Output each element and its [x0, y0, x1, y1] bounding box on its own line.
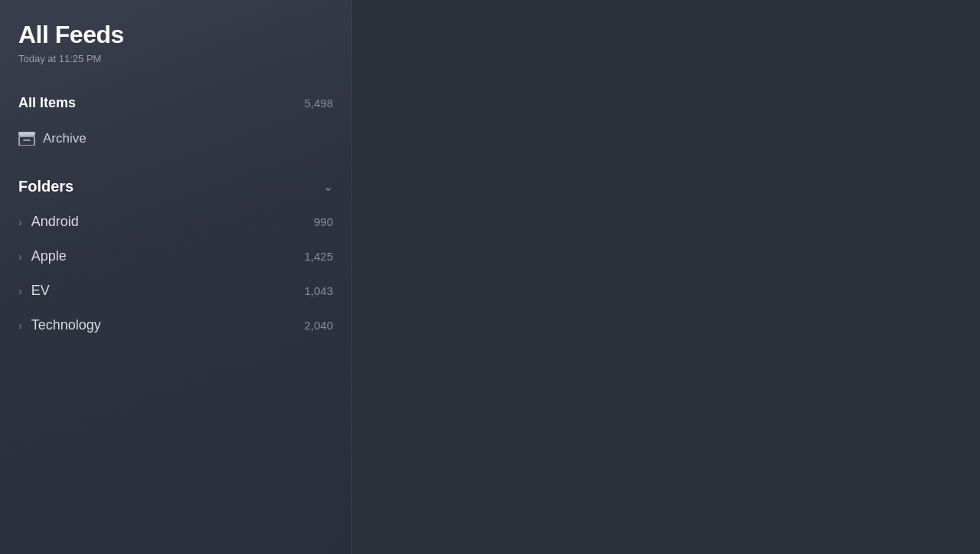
folder-item[interactable]: › Apple 1,425: [18, 239, 333, 274]
chevron-down-icon: ⌄: [323, 179, 333, 194]
folder-name: Android: [31, 214, 79, 230]
sidebar: All Feeds Today at 11:25 PM All Items 5,…: [0, 0, 352, 554]
chevron-right-icon: ›: [18, 216, 22, 228]
archive-row[interactable]: Archive: [18, 128, 333, 149]
folder-item-left: › Technology: [18, 317, 101, 333]
folder-list: › Android 990 › Apple 1,425 › EV 1,043 ›…: [18, 205, 333, 343]
folders-label: Folders: [18, 178, 74, 195]
all-items-label: All Items: [18, 95, 76, 111]
folder-item-left: › Apple: [18, 248, 67, 264]
main-content: [352, 0, 980, 554]
header: All Feeds Today at 11:25 PM: [18, 21, 333, 64]
folder-count: 990: [314, 215, 333, 228]
folders-header[interactable]: Folders ⌄: [18, 175, 333, 198]
folder-item-left: › EV: [18, 283, 50, 299]
folder-item-left: › Android: [18, 214, 79, 230]
folder-name: Technology: [31, 317, 101, 333]
svg-rect-1: [19, 136, 34, 146]
folder-item[interactable]: › Technology 2,040: [18, 308, 333, 343]
folder-count: 1,425: [304, 250, 333, 263]
chevron-right-icon: ›: [18, 320, 22, 332]
page-title: All Feeds: [18, 21, 333, 48]
divider: [18, 168, 333, 169]
all-items-count: 5,498: [304, 97, 333, 110]
archive-icon: [18, 132, 35, 146]
svg-rect-0: [18, 132, 35, 136]
folder-item[interactable]: › Android 990: [18, 205, 333, 239]
all-items-row[interactable]: All Items 5,498: [18, 92, 333, 114]
folder-name: EV: [31, 283, 50, 299]
folder-name: Apple: [31, 248, 67, 264]
chevron-right-icon: ›: [18, 251, 22, 263]
folder-count: 2,040: [304, 319, 333, 332]
folder-count: 1,043: [304, 284, 333, 297]
archive-label: Archive: [43, 131, 87, 146]
header-subtitle: Today at 11:25 PM: [18, 53, 333, 64]
chevron-right-icon: ›: [18, 285, 22, 297]
folder-item[interactable]: › EV 1,043: [18, 274, 333, 308]
